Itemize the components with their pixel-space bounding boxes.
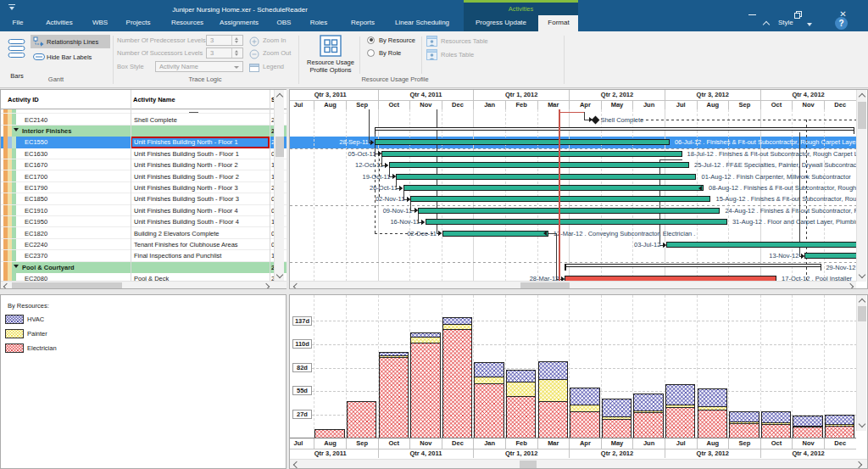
table-group-row[interactable]: Interior Finishes28-Sep-11 [1,126,287,137]
histogram-segment-hvac-3[interactable] [379,352,409,356]
successors-levels-stepper[interactable]: 3 [206,47,243,59]
stepper-arrows[interactable] [231,36,242,45]
histogram-segment-painter-7[interactable] [506,382,537,397]
legend-button[interactable]: Legend [249,61,297,72]
gantt-bar-EC1550[interactable] [375,139,670,145]
histogram-segment-electrician-17[interactable] [825,426,855,438]
scroll-up-icon[interactable] [859,93,865,100]
scroll-left-icon[interactable] [293,461,300,468]
gantt-bar-EC2370[interactable] [804,253,856,259]
scroll-up-icon[interactable] [276,93,283,100]
spin-down-icon[interactable] [235,41,238,43]
scroll-right-icon[interactable] [855,461,862,468]
table-group-row[interactable]: Pool & Courtyard28-Mar-12 [1,262,287,273]
histogram-segment-hvac-7[interactable] [506,370,537,382]
histogram-segment-hvac-11[interactable] [633,394,664,411]
collapse-arrow-icon[interactable] [14,265,19,268]
histogram-segment-electrician-3[interactable] [379,357,409,438]
style-dropdown-icon[interactable] [807,23,812,26]
table-row[interactable]: EC1550Unit Finishes Building North - Flo… [1,137,287,148]
scrollbar-thumb[interactable] [275,137,284,157]
scrollbar-thumb[interactable] [520,461,537,468]
style-button[interactable]: Style [778,19,793,26]
table-row[interactable]: EC2370Final Inspections and Punchlist13-… [1,250,287,261]
resources-table-button[interactable]: Resources Table [426,35,503,47]
gantt-bar-EC1790[interactable] [403,185,704,191]
menu-item-roles[interactable]: Roles [310,19,327,26]
box-style-dropdown[interactable]: Activity Name [155,61,243,72]
scrollbar-thumb[interactable] [12,282,122,289]
histogram-segment-electrician-15[interactable] [761,424,792,438]
menu-item-reports[interactable]: Reports [351,19,375,26]
table-row[interactable]: EC2140Shell Complete26-Apr-12 [1,114,287,125]
collapse-ribbon-icon[interactable] [764,22,770,26]
spin-down-icon[interactable] [235,53,238,56]
gantt-bar-EC1700[interactable] [396,174,696,180]
histogram-segment-painter-9[interactable] [570,405,600,412]
gantt-vertical-scrollbar[interactable] [856,90,866,282]
scroll-down-icon[interactable] [276,271,283,278]
histogram-segment-electrician-16[interactable] [793,427,823,438]
histogram-vertical-scrollbar[interactable] [856,295,866,431]
menu-item-activities[interactable]: Activities [46,19,73,26]
histogram-segment-hvac-16[interactable] [793,416,823,427]
hide-bar-labels-button[interactable]: Hide Bar Labels [31,50,110,64]
table-row[interactable]: EC2240Tenant Finishes for Clubhouse Area… [1,239,287,250]
histogram-segment-painter-5[interactable] [442,324,473,330]
gantt-bar-EC2240[interactable] [666,242,856,248]
scrollbar-thumb[interactable] [520,282,570,289]
histogram-segment-electrician-7[interactable] [506,396,537,438]
menu-item-wbs[interactable]: WBS [92,19,108,26]
histogram-segment-electrician-9[interactable] [570,411,600,438]
column-header-activity-id[interactable]: Activity ID [8,90,39,109]
table-horizontal-scrollbar[interactable] [1,281,287,289]
histogram-segment-hvac-13[interactable] [698,388,728,407]
histogram-segment-electrician-13[interactable] [698,410,728,438]
gantt-bar-EC1850[interactable] [410,196,710,202]
menu-item-progress-update[interactable]: Progress Update [476,19,526,26]
menu-item-projects[interactable]: Projects [126,19,151,26]
resource-usage-profile-options-button[interactable]: Resource UsageProfile Options [307,34,354,76]
histogram-segment-electrician-11[interactable] [633,412,664,438]
column-header-activity-name[interactable]: Activity Name [133,90,175,109]
histogram-segment-painter-8[interactable] [538,379,569,402]
bars-button[interactable]: Bars [6,35,28,74]
histogram-segment-electrician-2[interactable] [347,401,377,438]
table-row[interactable]: EC1820Building 2 Elevators Complete02-De… [1,227,287,238]
gantt-horizontal-scrollbar[interactable] [290,281,856,289]
gantt-bar-EC1630[interactable] [381,151,682,157]
menu-item-resources[interactable]: Resources [171,19,203,26]
histogram-segment-hvac-8[interactable] [538,361,569,380]
table-row[interactable]: EC1950Unit Finishes Building South - Flo… [1,216,287,227]
histogram-segment-hvac-17[interactable] [825,415,855,425]
menu-item-assignments[interactable]: Assignments [220,19,259,26]
spin-up-icon[interactable] [235,37,238,40]
menu-item-linear-scheduling[interactable]: Linear Scheduling [395,19,449,26]
histogram-segment-electrician-6[interactable] [474,383,504,438]
predecessor-levels-stepper[interactable]: 3 [206,35,243,46]
relationship-lines-button[interactable]: Relationship Lines [31,35,110,48]
scroll-right-icon[interactable] [847,283,854,289]
histogram-segment-electrician-4[interactable] [410,343,441,438]
table-row[interactable]: EC1670Unit Finishes Building North - Flo… [1,159,287,170]
gantt-bar-EC1950[interactable] [426,219,727,225]
scroll-up-icon[interactable] [859,299,865,305]
histogram-segment-hvac-4[interactable] [410,332,441,338]
gantt-bar-EC1670[interactable] [389,162,689,168]
table-row[interactable]: EC1700Unit Finishes Building South - Flo… [1,170,287,181]
scroll-left-icon[interactable] [3,283,10,289]
histogram-segment-hvac-14[interactable] [729,411,760,422]
zoom-out-button[interactable]: Zoom Out [249,47,297,59]
histogram-segment-electrician-12[interactable] [665,407,696,438]
scroll-down-icon[interactable] [859,271,865,278]
stepper-arrows[interactable] [231,48,242,58]
histogram-segment-electrician-10[interactable] [602,419,632,438]
table-row[interactable]: EC1630Unit Finishes Building South - Flo… [1,148,287,159]
gantt-bar-EC1820[interactable] [442,231,548,237]
table-vertical-scrollbar[interactable] [274,90,284,282]
menu-item-obs[interactable]: OBS [277,19,292,26]
scroll-left-icon[interactable] [293,283,300,289]
scroll-down-icon[interactable] [859,421,865,427]
roles-table-button[interactable]: Roles Table [426,48,503,60]
by-resource-radio[interactable] [367,36,375,44]
